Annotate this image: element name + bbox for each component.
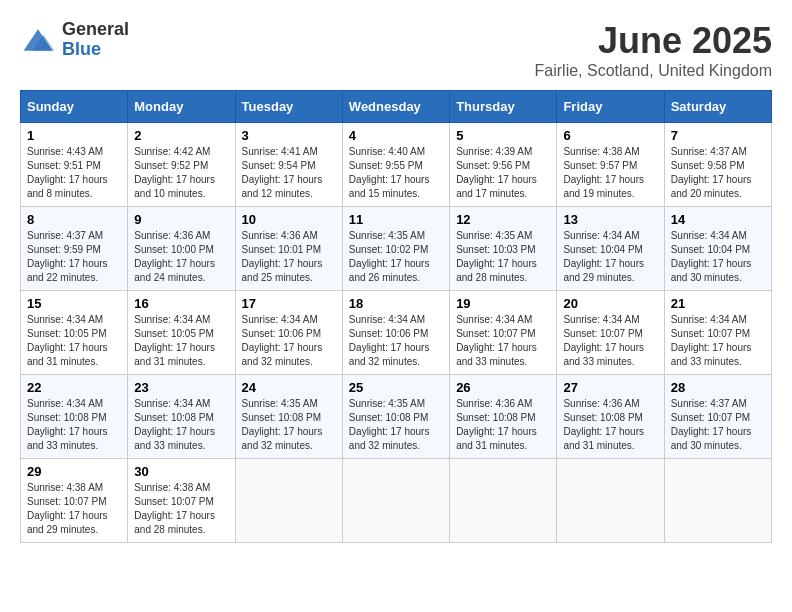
- day-cell: 24Sunrise: 4:35 AM Sunset: 10:08 PM Dayl…: [235, 375, 342, 459]
- day-number: 23: [134, 380, 228, 395]
- day-number: 26: [456, 380, 550, 395]
- day-cell: 26Sunrise: 4:36 AM Sunset: 10:08 PM Dayl…: [450, 375, 557, 459]
- day-info: Sunrise: 4:37 AM Sunset: 10:07 PM Daylig…: [671, 397, 765, 453]
- day-info: Sunrise: 4:34 AM Sunset: 10:06 PM Daylig…: [242, 313, 336, 369]
- header-cell-tuesday: Tuesday: [235, 91, 342, 123]
- day-info: Sunrise: 4:35 AM Sunset: 10:03 PM Daylig…: [456, 229, 550, 285]
- logo-general: General: [62, 20, 129, 40]
- day-cell: 6Sunrise: 4:38 AM Sunset: 9:57 PM Daylig…: [557, 123, 664, 207]
- day-info: Sunrise: 4:39 AM Sunset: 9:56 PM Dayligh…: [456, 145, 550, 201]
- day-cell: 23Sunrise: 4:34 AM Sunset: 10:08 PM Dayl…: [128, 375, 235, 459]
- day-number: 10: [242, 212, 336, 227]
- day-info: Sunrise: 4:35 AM Sunset: 10:02 PM Daylig…: [349, 229, 443, 285]
- day-cell: 10Sunrise: 4:36 AM Sunset: 10:01 PM Dayl…: [235, 207, 342, 291]
- day-cell: [664, 459, 771, 543]
- day-info: Sunrise: 4:38 AM Sunset: 9:57 PM Dayligh…: [563, 145, 657, 201]
- day-info: Sunrise: 4:34 AM Sunset: 10:04 PM Daylig…: [671, 229, 765, 285]
- day-number: 7: [671, 128, 765, 143]
- day-cell: 13Sunrise: 4:34 AM Sunset: 10:04 PM Dayl…: [557, 207, 664, 291]
- day-cell: 18Sunrise: 4:34 AM Sunset: 10:06 PM Dayl…: [342, 291, 449, 375]
- calendar-title: June 2025: [535, 20, 772, 62]
- day-info: Sunrise: 4:34 AM Sunset: 10:05 PM Daylig…: [134, 313, 228, 369]
- day-cell: 2Sunrise: 4:42 AM Sunset: 9:52 PM Daylig…: [128, 123, 235, 207]
- day-number: 25: [349, 380, 443, 395]
- day-cell: [235, 459, 342, 543]
- day-number: 15: [27, 296, 121, 311]
- day-info: Sunrise: 4:34 AM Sunset: 10:06 PM Daylig…: [349, 313, 443, 369]
- day-cell: 5Sunrise: 4:39 AM Sunset: 9:56 PM Daylig…: [450, 123, 557, 207]
- day-info: Sunrise: 4:34 AM Sunset: 10:08 PM Daylig…: [134, 397, 228, 453]
- week-row-4: 22Sunrise: 4:34 AM Sunset: 10:08 PM Dayl…: [21, 375, 772, 459]
- day-number: 29: [27, 464, 121, 479]
- day-cell: 22Sunrise: 4:34 AM Sunset: 10:08 PM Dayl…: [21, 375, 128, 459]
- day-number: 21: [671, 296, 765, 311]
- day-info: Sunrise: 4:43 AM Sunset: 9:51 PM Dayligh…: [27, 145, 121, 201]
- day-number: 4: [349, 128, 443, 143]
- header-cell-saturday: Saturday: [664, 91, 771, 123]
- header-row: SundayMondayTuesdayWednesdayThursdayFrid…: [21, 91, 772, 123]
- day-info: Sunrise: 4:36 AM Sunset: 10:08 PM Daylig…: [563, 397, 657, 453]
- day-number: 27: [563, 380, 657, 395]
- day-cell: 12Sunrise: 4:35 AM Sunset: 10:03 PM Dayl…: [450, 207, 557, 291]
- day-number: 6: [563, 128, 657, 143]
- day-info: Sunrise: 4:42 AM Sunset: 9:52 PM Dayligh…: [134, 145, 228, 201]
- day-cell: 30Sunrise: 4:38 AM Sunset: 10:07 PM Dayl…: [128, 459, 235, 543]
- day-number: 20: [563, 296, 657, 311]
- day-cell: 9Sunrise: 4:36 AM Sunset: 10:00 PM Dayli…: [128, 207, 235, 291]
- week-row-5: 29Sunrise: 4:38 AM Sunset: 10:07 PM Dayl…: [21, 459, 772, 543]
- calendar-table: SundayMondayTuesdayWednesdayThursdayFrid…: [20, 90, 772, 543]
- title-area: June 2025 Fairlie, Scotland, United King…: [535, 20, 772, 80]
- day-number: 11: [349, 212, 443, 227]
- day-info: Sunrise: 4:34 AM Sunset: 10:05 PM Daylig…: [27, 313, 121, 369]
- day-info: Sunrise: 4:34 AM Sunset: 10:07 PM Daylig…: [671, 313, 765, 369]
- day-cell: 21Sunrise: 4:34 AM Sunset: 10:07 PM Dayl…: [664, 291, 771, 375]
- day-cell: 16Sunrise: 4:34 AM Sunset: 10:05 PM Dayl…: [128, 291, 235, 375]
- day-info: Sunrise: 4:35 AM Sunset: 10:08 PM Daylig…: [349, 397, 443, 453]
- logo-icon: [20, 22, 56, 58]
- day-number: 17: [242, 296, 336, 311]
- day-cell: 27Sunrise: 4:36 AM Sunset: 10:08 PM Dayl…: [557, 375, 664, 459]
- header-cell-sunday: Sunday: [21, 91, 128, 123]
- day-info: Sunrise: 4:41 AM Sunset: 9:54 PM Dayligh…: [242, 145, 336, 201]
- day-cell: [450, 459, 557, 543]
- day-cell: 8Sunrise: 4:37 AM Sunset: 9:59 PM Daylig…: [21, 207, 128, 291]
- day-number: 12: [456, 212, 550, 227]
- calendar-body: 1Sunrise: 4:43 AM Sunset: 9:51 PM Daylig…: [21, 123, 772, 543]
- day-cell: 14Sunrise: 4:34 AM Sunset: 10:04 PM Dayl…: [664, 207, 771, 291]
- day-info: Sunrise: 4:37 AM Sunset: 9:59 PM Dayligh…: [27, 229, 121, 285]
- calendar-header: SundayMondayTuesdayWednesdayThursdayFrid…: [21, 91, 772, 123]
- day-number: 9: [134, 212, 228, 227]
- day-info: Sunrise: 4:40 AM Sunset: 9:55 PM Dayligh…: [349, 145, 443, 201]
- day-number: 28: [671, 380, 765, 395]
- day-cell: 7Sunrise: 4:37 AM Sunset: 9:58 PM Daylig…: [664, 123, 771, 207]
- day-info: Sunrise: 4:38 AM Sunset: 10:07 PM Daylig…: [27, 481, 121, 537]
- day-cell: 1Sunrise: 4:43 AM Sunset: 9:51 PM Daylig…: [21, 123, 128, 207]
- day-number: 2: [134, 128, 228, 143]
- header-cell-monday: Monday: [128, 91, 235, 123]
- calendar-subtitle: Fairlie, Scotland, United Kingdom: [535, 62, 772, 80]
- day-number: 22: [27, 380, 121, 395]
- day-info: Sunrise: 4:35 AM Sunset: 10:08 PM Daylig…: [242, 397, 336, 453]
- day-info: Sunrise: 4:34 AM Sunset: 10:04 PM Daylig…: [563, 229, 657, 285]
- day-cell: 11Sunrise: 4:35 AM Sunset: 10:02 PM Dayl…: [342, 207, 449, 291]
- day-info: Sunrise: 4:34 AM Sunset: 10:07 PM Daylig…: [456, 313, 550, 369]
- day-cell: 28Sunrise: 4:37 AM Sunset: 10:07 PM Dayl…: [664, 375, 771, 459]
- day-number: 30: [134, 464, 228, 479]
- day-cell: 25Sunrise: 4:35 AM Sunset: 10:08 PM Dayl…: [342, 375, 449, 459]
- day-number: 18: [349, 296, 443, 311]
- day-number: 8: [27, 212, 121, 227]
- day-number: 19: [456, 296, 550, 311]
- day-number: 1: [27, 128, 121, 143]
- day-number: 5: [456, 128, 550, 143]
- day-cell: [557, 459, 664, 543]
- header-cell-friday: Friday: [557, 91, 664, 123]
- week-row-2: 8Sunrise: 4:37 AM Sunset: 9:59 PM Daylig…: [21, 207, 772, 291]
- page-header: General Blue June 2025 Fairlie, Scotland…: [20, 20, 772, 80]
- day-number: 14: [671, 212, 765, 227]
- day-cell: 4Sunrise: 4:40 AM Sunset: 9:55 PM Daylig…: [342, 123, 449, 207]
- day-info: Sunrise: 4:36 AM Sunset: 10:08 PM Daylig…: [456, 397, 550, 453]
- day-cell: 29Sunrise: 4:38 AM Sunset: 10:07 PM Dayl…: [21, 459, 128, 543]
- day-cell: 15Sunrise: 4:34 AM Sunset: 10:05 PM Dayl…: [21, 291, 128, 375]
- logo-blue: Blue: [62, 40, 129, 60]
- day-number: 13: [563, 212, 657, 227]
